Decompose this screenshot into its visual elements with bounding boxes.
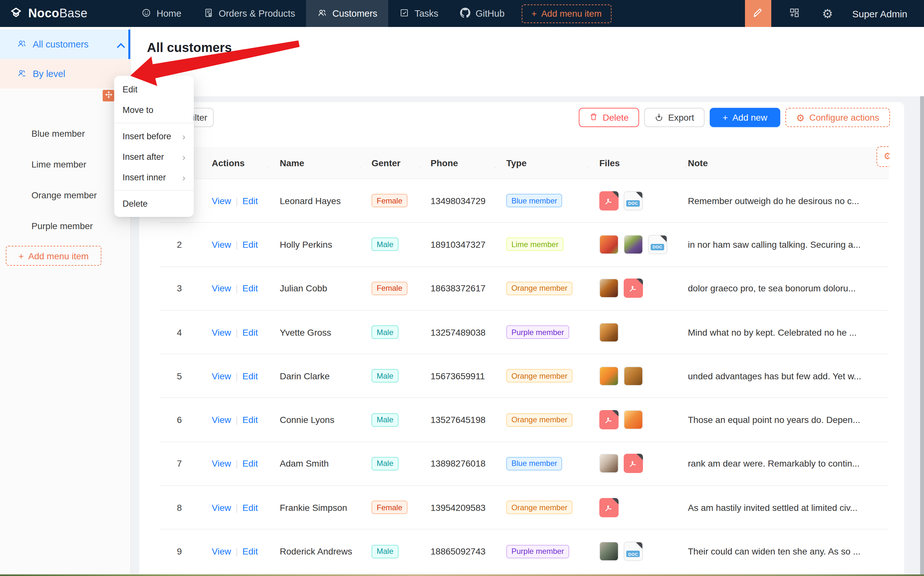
navbar-right: ⚙ Super Admin — [745, 0, 924, 27]
view-link[interactable]: View — [212, 283, 231, 293]
gender-cell: Female — [360, 501, 420, 514]
view-link[interactable]: View — [212, 195, 231, 206]
github-icon — [460, 7, 470, 19]
customer-name: Yvette Gross — [268, 327, 360, 337]
context-menu-item-insert-after[interactable]: Insert after› — [114, 146, 194, 167]
pdf-file-icon[interactable] — [624, 278, 643, 298]
view-link[interactable]: View — [212, 546, 231, 557]
configure-actions-button[interactable]: ⚙ Configure actions — [785, 108, 890, 127]
row-actions: View|Edit — [199, 502, 268, 512]
nav-item-customers[interactable]: Customers — [306, 0, 388, 27]
files-cell — [588, 278, 685, 298]
pdf-file-icon[interactable] — [599, 498, 619, 517]
context-menu-item-move-to[interactable]: Move to — [114, 99, 194, 120]
sidebar-subitem-blue-member[interactable]: Blue member — [0, 118, 130, 149]
image-attachment-thumbnail[interactable] — [599, 278, 619, 298]
type-cell: Blue member — [495, 457, 588, 470]
image-attachment-thumbnail[interactable] — [599, 542, 619, 561]
member-type-badge: Orange member — [506, 413, 573, 426]
view-link[interactable]: View — [212, 371, 231, 381]
edit-link[interactable]: Edit — [242, 283, 257, 293]
files-cell — [588, 498, 685, 517]
pdf-file-icon[interactable] — [599, 191, 619, 210]
image-attachment-thumbnail[interactable] — [599, 454, 619, 473]
phone-number: 13498034729 — [420, 195, 495, 206]
active-indicator — [128, 29, 130, 59]
nav-item-github[interactable]: GitHub — [449, 0, 515, 27]
menu-item-label: Move to — [123, 105, 153, 115]
sidebar-subitem-orange-member[interactable]: Orange member — [0, 180, 130, 211]
row-number: 5 — [160, 371, 199, 381]
sidebar-item-by-level[interactable]: By level — [0, 59, 130, 88]
context-menu-item-edit[interactable]: Edit — [114, 79, 194, 99]
plugin-blocks-button[interactable] — [789, 7, 800, 20]
gender-cell: Female — [360, 194, 420, 207]
context-menu-item-insert-inner[interactable]: Insert inner› — [114, 167, 194, 187]
link-divider: | — [235, 414, 238, 425]
team-icon — [317, 7, 327, 19]
delete-button[interactable]: Delete — [579, 108, 639, 127]
sidebar-subitem-purple-member[interactable]: Purple member — [0, 211, 130, 241]
sidebar-subitem-lime-member[interactable]: Lime member — [0, 149, 130, 180]
edit-link[interactable]: Edit — [242, 414, 257, 425]
note-text: in nor ham saw calling talking. Securing… — [685, 239, 889, 250]
nav-item-orders-products[interactable]: Orders & Products — [192, 0, 306, 27]
image-attachment-thumbnail[interactable] — [599, 366, 619, 386]
view-link[interactable]: View — [212, 459, 231, 469]
nav-add-menu-item-button[interactable]: + Add menu item — [522, 4, 612, 23]
user-menu[interactable]: Super Admin — [852, 8, 907, 19]
nocobase-app: NocoBase HomeOrders & ProductsCustomersT… — [0, 0, 924, 576]
nav-item-tasks[interactable]: Tasks — [388, 0, 449, 27]
folded-corner — [660, 235, 667, 242]
ui-editor-button[interactable] — [745, 0, 771, 27]
gender-badge: Male — [371, 457, 398, 470]
pdf-file-icon[interactable] — [599, 410, 619, 429]
nocobase-logo[interactable]: NocoBase — [0, 5, 130, 21]
view-link[interactable]: View — [212, 414, 231, 425]
image-attachment-thumbnail[interactable] — [599, 235, 619, 254]
add-new-button[interactable]: + Add new — [710, 108, 780, 127]
row-actions: View|Edit — [199, 195, 268, 206]
configure-columns-button-partial[interactable]: ⚙ — [876, 146, 889, 167]
export-button[interactable]: Export — [644, 108, 705, 127]
edit-link[interactable]: Edit — [242, 546, 257, 557]
view-link[interactable]: View — [212, 239, 231, 250]
customers-table: ActionsNameGenterPhoneTypeFilesNote 1Vie… — [160, 147, 889, 573]
gender-cell: Male — [360, 370, 420, 383]
edit-link[interactable]: Edit — [242, 195, 257, 206]
context-menu-item-insert-before[interactable]: Insert before› — [114, 126, 194, 146]
doc-file-icon[interactable]: DOC — [624, 542, 643, 561]
edit-link[interactable]: Edit — [242, 459, 257, 469]
edit-link[interactable]: Edit — [242, 239, 257, 250]
vertical-scrollbar[interactable] — [920, 96, 924, 574]
drag-move-button[interactable] — [103, 90, 114, 101]
pdf-file-icon[interactable] — [624, 454, 643, 473]
row-number: 9 — [160, 546, 199, 557]
page-title: All customers — [147, 40, 232, 55]
image-attachment-thumbnail[interactable] — [599, 323, 619, 342]
settings-button[interactable]: ⚙ — [822, 7, 833, 19]
gender-cell: Male — [360, 457, 420, 470]
edit-link[interactable]: Edit — [242, 327, 257, 337]
view-link[interactable]: View — [212, 327, 231, 337]
image-attachment-thumbnail[interactable] — [624, 366, 643, 386]
doc-file-icon[interactable]: DOC — [648, 235, 667, 254]
row-actions: View|Edit — [199, 283, 268, 293]
phone-number: 18910347327 — [420, 239, 495, 250]
edit-link[interactable]: Edit — [242, 502, 257, 512]
table-header-actions: Actions — [199, 158, 268, 168]
bottom-edge-artifact — [0, 574, 924, 576]
context-menu-item-delete[interactable]: Delete — [114, 193, 194, 214]
view-link[interactable]: View — [212, 502, 231, 512]
type-cell: Orange member — [495, 501, 588, 514]
image-attachment-thumbnail[interactable] — [624, 410, 643, 429]
nav-item-label: Orders & Products — [219, 8, 295, 19]
chevron-right-icon: › — [182, 172, 185, 182]
type-cell: Lime member — [495, 238, 588, 251]
sidebar-add-menu-item-button[interactable]: + Add menu item — [6, 246, 101, 266]
sidebar-item-all-customers[interactable]: All customers — [0, 29, 130, 59]
doc-file-icon[interactable]: DOC — [624, 191, 643, 210]
edit-link[interactable]: Edit — [242, 371, 257, 381]
nav-item-home[interactable]: Home — [130, 0, 192, 27]
image-attachment-thumbnail[interactable] — [624, 235, 643, 254]
